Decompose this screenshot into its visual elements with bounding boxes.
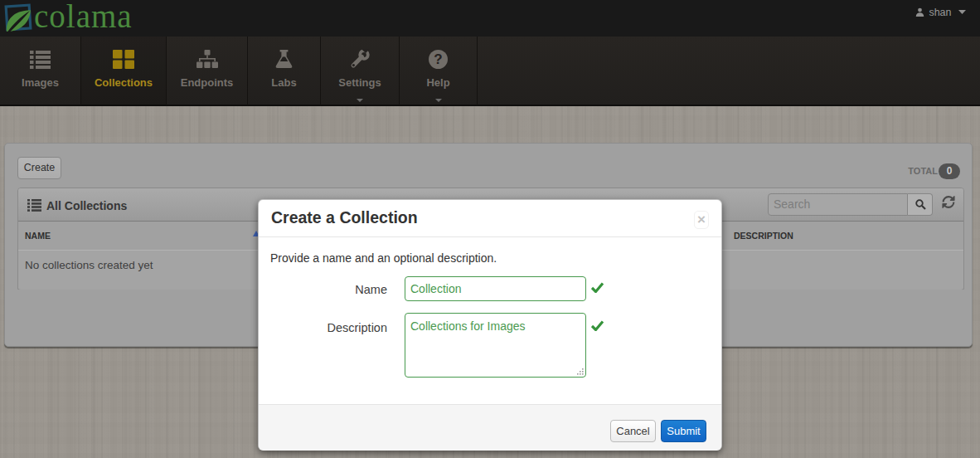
svg-text:?: ? <box>434 51 442 66</box>
